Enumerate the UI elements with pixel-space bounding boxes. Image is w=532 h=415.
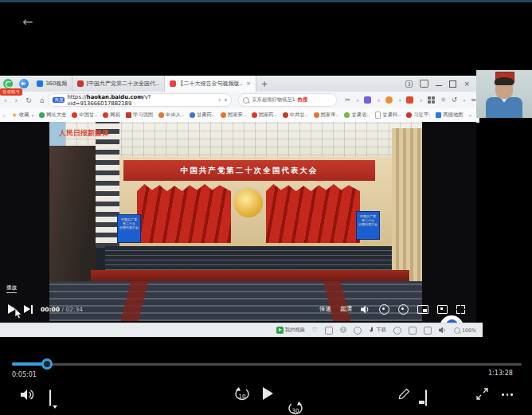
bookmark-item[interactable]: 网址大全	[39, 112, 66, 119]
url-actions[interactable]: + ▾	[217, 97, 227, 104]
web-fullscreen-button[interactable]	[437, 305, 448, 314]
bookmark-item[interactable]: 国家市..	[314, 112, 339, 119]
search-icon	[243, 97, 249, 104]
popup-blocker-icon[interactable]	[325, 327, 333, 335]
tab-favicon	[37, 80, 43, 87]
restore-button[interactable]	[449, 80, 456, 88]
forward-30-button[interactable]: 30	[287, 401, 304, 415]
bookmark-item[interactable]: 高德地图	[436, 112, 463, 119]
top-accent-strip	[0, 0, 532, 2]
quality-button[interactable]: 超清	[340, 305, 352, 313]
bookmark-favicon	[344, 112, 350, 118]
back-button[interactable]: ←	[22, 16, 33, 29]
bookmark-item[interactable]: 网易	[103, 112, 120, 119]
star-icon: ★	[12, 112, 18, 119]
bookmark-item[interactable]: 中共甘..	[283, 112, 308, 119]
volume-button[interactable]	[21, 389, 35, 404]
bookmark-item[interactable]: 中央人..	[158, 112, 184, 119]
caret-icon: ▾	[357, 98, 359, 103]
favorite-heart-icon[interactable]: ♡	[312, 327, 318, 334]
browser-logo-icon[interactable]	[3, 79, 13, 88]
bookmark-favicon	[221, 112, 226, 118]
person-hair	[495, 77, 514, 85]
search-engine-badge[interactable]: 百度	[53, 97, 65, 103]
tab-congress-video[interactable]: [中国共产党第二十次全国代..	[72, 76, 164, 92]
apps-grid-icon[interactable]	[428, 96, 435, 104]
inner-volume-icon[interactable]	[361, 305, 370, 314]
seek-handle[interactable]	[41, 358, 53, 370]
caret-icon: ▾	[464, 98, 466, 103]
bookmarks-overflow-icon[interactable]: »	[468, 112, 471, 118]
emoticon-icon[interactable]: ☺	[340, 327, 346, 334]
mini-player-button[interactable]	[425, 390, 427, 405]
page-zoom-control[interactable]: 100%	[454, 327, 476, 334]
bookmark-item[interactable]: 中国甘..	[72, 112, 97, 119]
expand-arrows-icon	[476, 388, 488, 400]
bookmark-label: 甘肃省..	[351, 112, 370, 119]
screen-text: 全国代表大会	[357, 222, 379, 226]
bookmark-item[interactable]: 习近平:	[406, 112, 430, 119]
fullscreen-button[interactable]	[476, 388, 488, 403]
skin-theme-icon[interactable]	[420, 80, 428, 88]
download-button[interactable]: 下载	[369, 327, 386, 334]
bookmark-label: 高德地图	[443, 112, 463, 119]
game-mode-icon[interactable]	[354, 327, 362, 335]
seek-bar-track[interactable]	[12, 363, 522, 366]
mute-icon[interactable]	[439, 327, 447, 334]
url-address-bar[interactable]: 百度 https://haokan.baidu.com/v?vid=913666…	[48, 93, 232, 107]
bookmark-item[interactable]: 甘肃省..	[344, 112, 370, 119]
screenshot-scissors-icon[interactable]: ✂	[345, 96, 350, 104]
fullscreen-button[interactable]	[456, 305, 465, 314]
minimize-button[interactable]	[436, 85, 442, 86]
new-tab-button[interactable]: +	[261, 80, 268, 88]
nav-forward-icon[interactable]: ›	[15, 96, 18, 104]
hot-search-label[interactable]: 热搜	[298, 96, 308, 104]
nav-back-icon[interactable]: ‹	[4, 96, 7, 104]
ink-draw-button[interactable]	[398, 388, 410, 403]
theme-sun-icon[interactable]: ☼	[440, 96, 446, 104]
inner-next-button[interactable]	[24, 305, 33, 314]
more-options-button[interactable]	[502, 393, 513, 396]
tab-360-video[interactable]: 360视频	[32, 76, 72, 92]
url-dropdown-icon[interactable]: ▾	[225, 97, 228, 104]
browser-search-box[interactable]: 京东超值好物低至1 热搜	[238, 93, 337, 107]
cast-button[interactable]	[398, 304, 409, 315]
home-icon[interactable]: ⌂	[40, 96, 45, 104]
tab-close-icon[interactable]: ×	[246, 80, 251, 87]
game-extension-icon[interactable]	[406, 96, 413, 104]
picture-in-picture-button[interactable]	[417, 305, 428, 314]
multi-window-icon[interactable]	[424, 327, 432, 335]
subtitles-button[interactable]	[49, 390, 51, 405]
undo-restore-icon[interactable]: ↺	[452, 96, 457, 104]
navigation-site-icon[interactable]	[19, 79, 29, 88]
tab-favicon	[77, 80, 84, 87]
browser-video-toolbar: 我的视频 ♡ ☺ 下载 100%	[0, 323, 483, 337]
bookmark-item[interactable]: 甘肃科..	[375, 112, 401, 119]
video-content[interactable]: 中国共产党第二十次全国代表大会 中国共产党 第二十次 全国代表大会 中国共产党 …	[49, 122, 422, 321]
bookmark-item[interactable]: 学习强国	[126, 112, 153, 119]
bookmark-item[interactable]: 国家安..	[221, 112, 246, 119]
refresh-icon[interactable]: ↻	[25, 96, 32, 104]
side-screen-right: 中国共产党 第二十次 全国代表大会	[356, 211, 380, 240]
rewind-10-button[interactable]: 10	[233, 387, 251, 401]
speed-button[interactable]: 倍速	[319, 305, 331, 313]
reader-mode-icon[interactable]	[409, 327, 417, 335]
menu-icon[interactable]: ≡	[471, 96, 476, 104]
play-button[interactable]	[263, 387, 273, 400]
bookmark-label: 学习强国	[133, 112, 153, 119]
download-count-badge[interactable]: 3	[405, 80, 413, 88]
favorite-icon[interactable]: +	[217, 97, 222, 104]
party-emblem	[234, 189, 263, 217]
shield-extension-icon[interactable]	[385, 96, 393, 104]
tab-report-video[interactable]: 【二十大报告金句视频版.. ×	[165, 76, 256, 92]
bookmark-item[interactable]: 国家药..	[252, 112, 277, 119]
login-account-badge[interactable]: 登录账号	[0, 88, 22, 96]
collapse-icon[interactable]: ▷	[3, 113, 6, 118]
bookmark-item[interactable]: 甘肃药..	[190, 112, 215, 119]
translate-extension-icon[interactable]	[364, 96, 371, 104]
ad-filter-icon[interactable]	[393, 327, 401, 335]
bookmark-favorites[interactable]: ★收藏▾	[12, 112, 33, 119]
screenshot-button[interactable]	[379, 304, 389, 315]
my-video-button[interactable]: 我的视频	[276, 327, 305, 334]
close-button[interactable]: ×	[464, 80, 470, 88]
